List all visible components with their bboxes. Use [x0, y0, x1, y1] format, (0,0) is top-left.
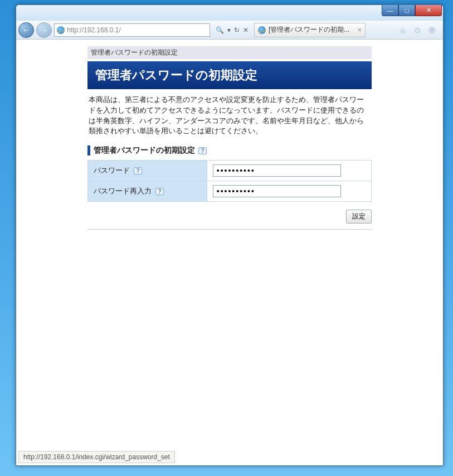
section-accent-bar [87, 145, 90, 156]
password-field-cell [207, 161, 371, 181]
window-titlebar: — □ ✕ [16, 5, 443, 21]
maximize-button[interactable]: □ [398, 5, 415, 16]
help-icon[interactable]: ? [134, 167, 142, 174]
section-header: 管理者パスワードの初期設定 ? [87, 145, 372, 156]
window-buttons: — □ ✕ [382, 5, 442, 16]
password-label: パスワード [94, 167, 130, 174]
search-icon[interactable]: 🔍 [216, 26, 224, 34]
table-row: パスワード ? [88, 161, 372, 181]
submit-row: 設定 [87, 210, 372, 224]
browser-tab[interactable]: [管理者パスワードの初期... × [254, 23, 366, 37]
forward-button[interactable]: → [36, 22, 52, 38]
confirm-label: パスワード再入力 [94, 187, 152, 195]
refresh-icon[interactable]: ↻ [234, 26, 240, 34]
router-config-page: 管理者パスワードの初期設定 管理者パスワードの初期設定 本商品は、第三者による不… [87, 46, 372, 230]
submit-button[interactable]: 設定 [346, 210, 372, 224]
help-icon[interactable]: ? [198, 147, 207, 154]
stop-icon[interactable]: ✕ [243, 26, 249, 34]
help-icon[interactable]: ? [155, 188, 164, 195]
home-icon[interactable]: ⌂ [398, 26, 407, 35]
password-form-table: パスワード ? パスワード再入力 ? [87, 160, 372, 202]
separator [87, 229, 372, 230]
tab-close-icon[interactable]: × [358, 26, 362, 34]
url-text: http://192.168.0.1/ [67, 26, 121, 34]
gear-icon[interactable]: ⚙ [427, 26, 436, 35]
page-content: 管理者パスワードの初期設定 管理者パスワードの初期設定 本商品は、第三者による不… [16, 40, 443, 465]
ie-icon [57, 26, 65, 34]
confirm-label-cell: パスワード再入力 ? [88, 181, 207, 202]
favorites-icon[interactable]: ★ [413, 26, 422, 35]
page-description: 本商品は、第三者による不意のアクセスや設定変更を防止するため、管理者パスワードを… [89, 95, 371, 137]
url-actions: 🔍 ▾ ↻ ✕ [212, 26, 252, 34]
dropdown-icon[interactable]: ▾ [227, 26, 231, 34]
minimize-button[interactable]: — [382, 5, 398, 16]
breadcrumb: 管理者パスワードの初期設定 [87, 46, 372, 59]
section-title: 管理者パスワードの初期設定 [94, 145, 195, 156]
password-label-cell: パスワード ? [88, 161, 207, 181]
confirm-password-input[interactable] [213, 185, 341, 197]
status-bar: http://192.168.0.1/index.cgi/wizard_pass… [18, 451, 175, 463]
ie-icon [258, 26, 266, 34]
back-button[interactable]: ← [18, 22, 34, 38]
page-title: 管理者パスワードの初期設定 [87, 61, 372, 89]
toolbar-icons: ⌂ ★ ⚙ [394, 26, 441, 35]
tab-title: [管理者パスワードの初期... [269, 25, 349, 35]
confirm-field-cell [207, 181, 371, 202]
browser-window: — □ ✕ ← → http://192.168.0.1/ 🔍 ▾ ↻ ✕ [管… [16, 4, 444, 466]
password-input[interactable] [213, 164, 341, 177]
close-window-button[interactable]: ✕ [415, 5, 442, 16]
browser-navbar: ← → http://192.168.0.1/ 🔍 ▾ ↻ ✕ [管理者パスワー… [16, 21, 443, 40]
table-row: パスワード再入力 ? [88, 181, 372, 202]
address-bar[interactable]: http://192.168.0.1/ [54, 23, 210, 37]
